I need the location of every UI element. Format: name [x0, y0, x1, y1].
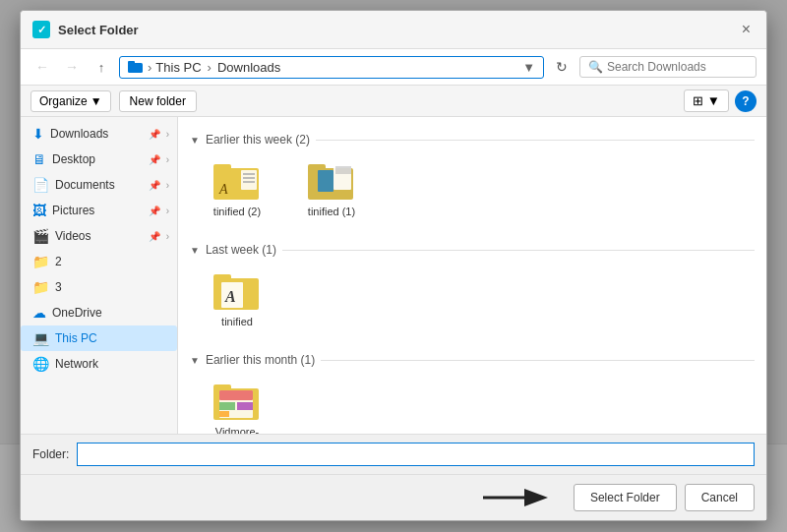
file-name-vidmore: Vidmore-0805	[204, 426, 271, 434]
path-folder-icon	[128, 60, 144, 74]
sidebar-documents-arrow: ›	[166, 180, 169, 191]
dialog-title-left: ✓ Select Folder	[32, 21, 139, 38]
svg-text:A: A	[224, 288, 236, 305]
sidebar-item-onedrive[interactable]: ☁ OneDrive	[21, 300, 177, 325]
section-chevron: ▼	[190, 135, 200, 146]
dialog-buttons: Select Folder Cancel	[21, 474, 766, 520]
dialog-overlay: ✓ Select Folder × ← → ↑ › This PC › Down…	[0, 0, 787, 532]
section-last-week-chevron: ▼	[190, 245, 200, 256]
sidebar-videos-label: Videos	[55, 229, 143, 243]
folder-icon-vidmore	[213, 381, 261, 422]
toolbar-right: ⊞ ▼ ?	[684, 89, 757, 112]
svg-rect-12	[318, 170, 333, 192]
path-dropdown-arrow[interactable]: ▼	[522, 60, 535, 75]
cancel-button[interactable]: Cancel	[685, 484, 755, 511]
svg-text:A: A	[218, 182, 228, 197]
sidebar-documents-icon: 📄	[32, 177, 49, 193]
sidebar-item-2[interactable]: 📁 2	[21, 249, 177, 274]
section-earlier-this-week-label: Earlier this week (2)	[206, 133, 310, 147]
organize-button[interactable]: Organize ▼	[30, 90, 111, 112]
sidebar-documents-label: Documents	[55, 178, 143, 192]
svg-rect-4	[241, 170, 257, 190]
pin-icon: 📌	[149, 129, 160, 140]
help-button[interactable]: ?	[735, 90, 757, 112]
sidebar-desktop-label: Desktop	[52, 152, 143, 166]
search-icon: 🔍	[588, 60, 603, 74]
sidebar-videos-arrow: ›	[166, 231, 169, 242]
file-name-tinified-1: tinified (1)	[308, 206, 355, 217]
svg-rect-3	[213, 164, 231, 172]
file-item-vidmore[interactable]: Vidmore-0805	[198, 375, 276, 434]
svg-rect-21	[219, 390, 253, 400]
sidebar-network-icon: 🌐	[32, 356, 49, 372]
file-item-tinified[interactable]: A tinified	[198, 265, 276, 333]
dialog-body: ⬇ Downloads 📌 › 🖥 Desktop 📌 › 📄 Document…	[21, 117, 766, 434]
section-earlier-this-month-label: Earlier this month (1)	[206, 353, 315, 367]
sidebar-3-icon: 📁	[32, 279, 49, 295]
sidebar-item-desktop[interactable]: 🖥 Desktop 📌 ›	[21, 147, 177, 172]
view-icon: ⊞ ▼	[693, 93, 720, 108]
sidebar-pictures-label: Pictures	[52, 204, 143, 217]
organize-label: Organize	[39, 94, 88, 108]
folder-icon-tinified: A	[213, 270, 261, 312]
sidebar-desktop-arrow: ›	[166, 154, 169, 165]
file-item-tinified-1[interactable]: tinified (1)	[292, 154, 371, 223]
sidebar-pictures-icon: 🖼	[32, 203, 46, 218]
sidebar-arrow: ›	[166, 129, 169, 140]
sidebar-this-pc-label: This PC	[55, 331, 169, 345]
view-button[interactable]: ⊞ ▼	[684, 89, 729, 112]
sidebar-item-videos[interactable]: 🎬 Videos 📌 ›	[21, 223, 177, 249]
pin-icon-desktop: 📌	[149, 154, 160, 165]
sidebar-2-label: 2	[55, 255, 169, 268]
folder-label: Folder:	[32, 447, 69, 461]
section-last-week: ▼ Last week (1)	[190, 243, 755, 257]
sidebar-2-icon: 📁	[32, 254, 49, 269]
sidebar-item-documents[interactable]: 📄 Documents 📌 ›	[21, 172, 177, 198]
select-folder-dialog: ✓ Select Folder × ← → ↑ › This PC › Down…	[20, 10, 767, 521]
files-grid-earlier-this-week: A tinified (2) tinified (1)	[190, 154, 755, 235]
back-button[interactable]: ←	[30, 55, 54, 79]
toolbar: Organize ▼ New folder ⊞ ▼ ?	[21, 86, 766, 117]
sidebar-downloads-label: Downloads	[50, 127, 143, 141]
folder-input[interactable]	[77, 443, 755, 466]
sidebar-3-label: 3	[55, 280, 169, 294]
sidebar-network-label: Network	[55, 357, 169, 371]
sidebar-download-icon: ⬇	[32, 126, 44, 142]
refresh-button[interactable]: ↻	[550, 55, 574, 79]
section-earlier-this-week: ▼ Earlier this week (2)	[190, 133, 755, 147]
sidebar-desktop-icon: 🖥	[32, 151, 46, 167]
path-this-pc[interactable]: This PC	[155, 60, 201, 75]
pin-icon-documents: 📌	[149, 180, 160, 191]
folder-icon-tinified-1	[308, 160, 355, 202]
files-grid-last-week: A tinified	[190, 265, 755, 345]
svg-marker-13	[335, 166, 351, 174]
path-downloads[interactable]: Downloads	[217, 60, 280, 75]
up-button[interactable]: ↑	[90, 55, 113, 79]
new-folder-button[interactable]: New folder	[119, 90, 197, 112]
dialog-title: Select Folder	[58, 23, 139, 37]
sidebar-item-network[interactable]: 🌐 Network	[21, 351, 177, 377]
dialog-title-bar: ✓ Select Folder ×	[21, 11, 766, 49]
folder-input-row: Folder:	[21, 434, 766, 474]
forward-button[interactable]: →	[60, 55, 84, 79]
pin-icon-pictures: 📌	[149, 206, 160, 216]
sidebar-item-downloads[interactable]: ⬇ Downloads 📌 ›	[21, 121, 177, 147]
file-item-tinified-2[interactable]: A tinified (2)	[198, 154, 276, 223]
pin-icon-videos: 📌	[149, 231, 160, 242]
address-path: › This PC › Downloads ▼	[119, 56, 544, 79]
file-name-tinified-2: tinified (2)	[213, 206, 261, 217]
file-area: ▼ Earlier this week (2) A	[178, 117, 766, 434]
sidebar-item-this-pc[interactable]: 💻 This PC	[21, 325, 177, 351]
svg-rect-24	[219, 411, 229, 417]
select-folder-button[interactable]: Select Folder	[574, 484, 677, 511]
files-grid-earlier-this-month: Vidmore-0805	[190, 375, 755, 434]
search-input[interactable]	[607, 60, 748, 74]
select-folder-arrow	[479, 483, 558, 512]
sidebar-item-3[interactable]: 📁 3	[21, 274, 177, 300]
sidebar-item-pictures[interactable]: 🖼 Pictures 📌 ›	[21, 198, 177, 223]
sidebar-onedrive-label: OneDrive	[52, 306, 169, 320]
toolbar-left: Organize ▼ New folder	[30, 90, 197, 112]
svg-rect-1	[128, 61, 135, 65]
svg-rect-15	[213, 274, 231, 282]
dialog-close-button[interactable]: ×	[738, 21, 755, 38]
